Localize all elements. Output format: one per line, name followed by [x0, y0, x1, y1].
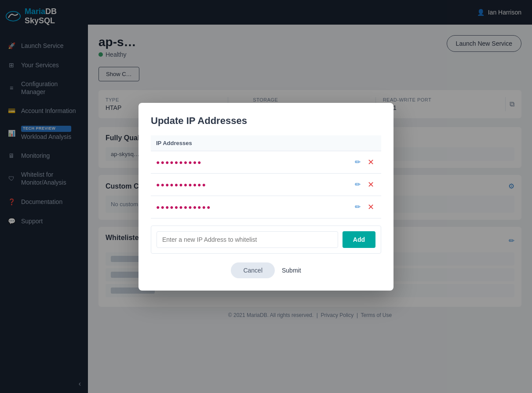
modal-title: Update IP Addresses — [151, 115, 381, 127]
submit-button[interactable]: Submit — [282, 262, 301, 278]
ip-column-header: IP Addresses — [151, 135, 346, 151]
remove-ip-button[interactable]: ✕ — [366, 179, 376, 190]
ip-row-actions: ✏ ✕ — [351, 201, 376, 213]
remove-ip-button[interactable]: ✕ — [366, 201, 376, 213]
table-row: ●●●●●●●●●● ✏ ✕ — [151, 151, 381, 173]
modal-overlay: Update IP Addresses IP Addresses ●●●●●●●… — [0, 0, 532, 393]
ip-value: ●●●●●●●●●●●● — [156, 204, 211, 211]
add-ip-row: Add — [151, 226, 381, 254]
ip-cell: ●●●●●●●●●●●● — [151, 196, 346, 218]
ip-cell: ●●●●●●●●●●● — [151, 173, 346, 196]
remove-ip-button[interactable]: ✕ — [366, 156, 376, 168]
ip-row-actions: ✏ ✕ — [351, 179, 376, 190]
update-ip-modal: Update IP Addresses IP Addresses ●●●●●●●… — [138, 103, 394, 291]
modal-footer: Cancel Submit — [151, 262, 381, 278]
add-ip-button[interactable]: Add — [343, 231, 375, 248]
ip-actions-cell: ✏ ✕ — [346, 196, 381, 218]
ip-value: ●●●●●●●●●● — [156, 159, 202, 166]
cancel-button[interactable]: Cancel — [231, 262, 275, 278]
ip-actions-cell: ✏ ✕ — [346, 151, 381, 173]
ip-cell: ●●●●●●●●●● — [151, 151, 346, 173]
ip-value: ●●●●●●●●●●● — [156, 181, 207, 188]
ip-addresses-table: IP Addresses ●●●●●●●●●● ✏ ✕ — [151, 135, 381, 218]
table-row: ●●●●●●●●●●●● ✏ ✕ — [151, 196, 381, 218]
edit-ip-button[interactable]: ✏ — [353, 179, 362, 190]
edit-ip-button[interactable]: ✏ — [353, 156, 362, 168]
new-ip-input[interactable] — [157, 231, 338, 248]
ip-row-actions: ✏ ✕ — [351, 156, 376, 168]
ip-actions-cell: ✏ ✕ — [346, 173, 381, 196]
table-row: ●●●●●●●●●●● ✏ ✕ — [151, 173, 381, 196]
edit-ip-button[interactable]: ✏ — [353, 201, 362, 213]
